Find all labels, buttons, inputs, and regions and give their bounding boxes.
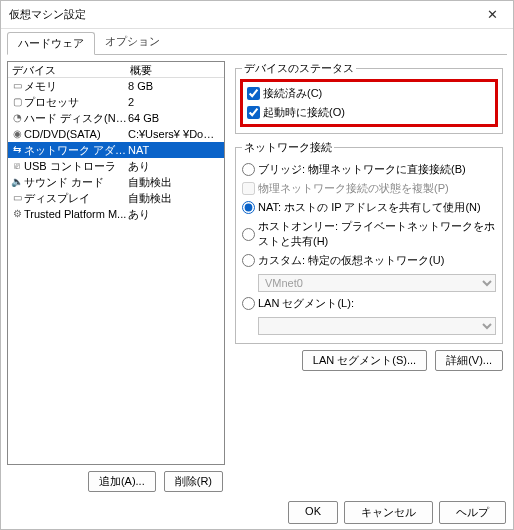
custom-select-row: VMnet0 [242,270,496,294]
footer: OK キャンセル ヘルプ [288,501,506,524]
network-legend: ネットワーク接続 [242,140,334,155]
table-row[interactable]: 🔈サウンド カード自動検出 [8,174,224,190]
device-summary: 8 GB [128,78,222,94]
table-row[interactable]: ⇆ネットワーク アダプタNAT [8,142,224,158]
bridge-radio[interactable] [242,163,255,176]
table-row[interactable]: ▭メモリ8 GB [8,78,224,94]
connect-on-boot-row[interactable]: 起動時に接続(O) [247,103,491,122]
col-device: デバイス [10,62,130,77]
hostonly-row[interactable]: ホストオンリー: プライベートネットワークをホストと共有(H) [242,217,496,251]
table-row[interactable]: ◔ハード ディスク(NVMe)64 GB [8,110,224,126]
bridge-sub-checkbox [242,182,255,195]
lanseg-select [258,317,496,335]
device-name: ディスプレイ [24,190,128,206]
device-summary: 自動検出 [128,174,222,190]
col-summary: 概要 [130,62,222,77]
network-group: ネットワーク接続 ブリッジ: 物理ネットワークに直接接続(B) 物理ネットワーク… [235,140,503,344]
left-panel: デバイス 概要 ▭メモリ8 GB▢プロセッサ2◔ハード ディスク(NVMe)64… [7,55,229,492]
tabs: ハードウェア オプション [1,31,513,54]
list-header: デバイス 概要 [8,62,224,78]
table-row[interactable]: ⎚USB コントローラあり [8,158,224,174]
device-icon: ◔ [10,110,24,126]
custom-row[interactable]: カスタム: 特定の仮想ネットワーク(U) [242,251,496,270]
table-row[interactable]: ◉CD/DVD(SATA)C:¥Users¥ ¥Downloads¥... [8,126,224,142]
device-summary: C:¥Users¥ ¥Downloads¥... [128,126,222,142]
right-panel: デバイスのステータス 接続済み(C) 起動時に接続(O) ネットワーク接続 ブリ… [229,55,507,492]
nat-radio[interactable] [242,201,255,214]
bridge-sub-label: 物理ネットワーク接続の状態を複製(P) [258,181,449,196]
table-row[interactable]: ▭ディスプレイ自動検出 [8,190,224,206]
highlight-box: 接続済み(C) 起動時に接続(O) [240,79,498,127]
connected-label: 接続済み(C) [263,86,322,101]
connect-on-boot-label: 起動時に接続(O) [263,105,345,120]
ok-button[interactable]: OK [288,501,338,524]
advanced-button[interactable]: 詳細(V)... [435,350,503,371]
connect-on-boot-checkbox[interactable] [247,106,260,119]
device-name: CD/DVD(SATA) [24,126,128,142]
hostonly-label: ホストオンリー: プライベートネットワークをホストと共有(H) [258,219,496,249]
device-name: Trusted Platform M... [24,206,128,222]
device-name: USB コントローラ [24,158,128,174]
lanseg-row[interactable]: LAN セグメント(L): [242,294,496,313]
device-icon: ⎚ [10,158,24,174]
device-name: サウンド カード [24,174,128,190]
connected-checkbox[interactable] [247,87,260,100]
custom-select: VMnet0 [258,274,496,292]
nat-label: NAT: ホストの IP アドレスを共有して使用(N) [258,200,481,215]
device-summary: 2 [128,94,222,110]
connected-row[interactable]: 接続済み(C) [247,84,491,103]
lan-segments-button[interactable]: LAN セグメント(S)... [302,350,427,371]
device-icon: ▭ [10,78,24,94]
lanseg-label: LAN セグメント(L): [258,296,354,311]
device-summary: あり [128,206,222,222]
device-name: ハード ディスク(NVMe) [24,110,128,126]
tab-options[interactable]: オプション [95,31,170,54]
device-name: メモリ [24,78,128,94]
bridge-label: ブリッジ: 物理ネットワークに直接接続(B) [258,162,466,177]
device-summary: NAT [128,142,222,158]
device-status-group: デバイスのステータス 接続済み(C) 起動時に接続(O) [235,61,503,134]
bridge-row[interactable]: ブリッジ: 物理ネットワークに直接接続(B) [242,160,496,179]
device-icon: ▭ [10,190,24,206]
lanseg-select-row [242,313,496,337]
device-icon: ⇆ [10,142,24,158]
add-button[interactable]: 追加(A)... [88,471,156,492]
device-summary: あり [128,158,222,174]
device-name: ネットワーク アダプタ [24,142,128,158]
help-button[interactable]: ヘルプ [439,501,506,524]
titlebar: 仮想マシン設定 ✕ [1,1,513,29]
cancel-button[interactable]: キャンセル [344,501,433,524]
lanseg-radio[interactable] [242,297,255,310]
device-summary: 自動検出 [128,190,222,206]
close-icon[interactable]: ✕ [477,4,507,26]
device-summary: 64 GB [128,110,222,126]
table-row[interactable]: ⚙Trusted Platform M...あり [8,206,224,222]
device-icon: 🔈 [10,174,24,190]
table-row[interactable]: ▢プロセッサ2 [8,94,224,110]
device-list[interactable]: デバイス 概要 ▭メモリ8 GB▢プロセッサ2◔ハード ディスク(NVMe)64… [7,61,225,465]
remove-button[interactable]: 削除(R) [164,471,223,492]
custom-radio[interactable] [242,254,255,267]
device-name: プロセッサ [24,94,128,110]
device-icon: ▢ [10,94,24,110]
device-status-legend: デバイスのステータス [242,61,356,76]
bridge-sub-row: 物理ネットワーク接続の状態を複製(P) [242,179,496,198]
custom-label: カスタム: 特定の仮想ネットワーク(U) [258,253,444,268]
nat-row[interactable]: NAT: ホストの IP アドレスを共有して使用(N) [242,198,496,217]
window-title: 仮想マシン設定 [9,7,86,22]
tab-hardware[interactable]: ハードウェア [7,32,95,55]
device-icon: ◉ [10,126,24,142]
hostonly-radio[interactable] [242,228,255,241]
device-icon: ⚙ [10,206,24,222]
